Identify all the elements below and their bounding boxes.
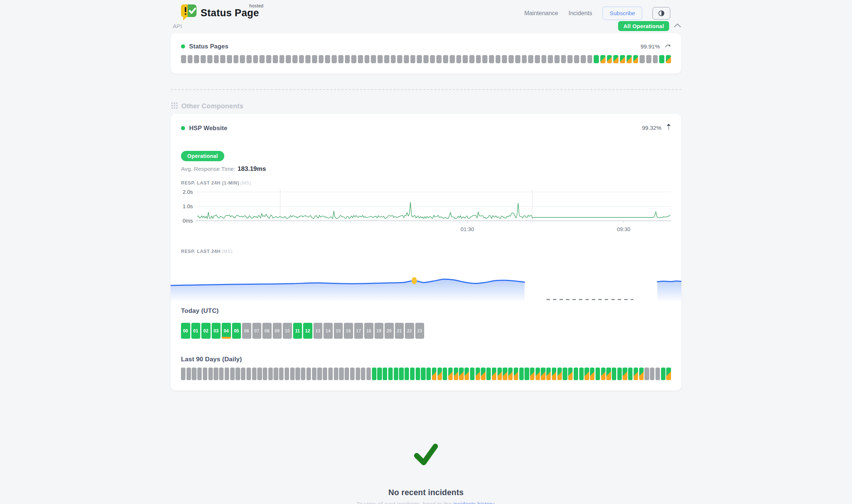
hour-block-12: 12 xyxy=(303,323,312,339)
history-bar-nodata xyxy=(197,368,202,380)
history-bar-nodata xyxy=(535,55,540,63)
incidents-history-link[interactable]: incidents history xyxy=(453,501,494,504)
history-bar-partial xyxy=(568,368,573,380)
history-bar-partial xyxy=(623,368,627,380)
subscribe-button[interactable]: Subscribe xyxy=(603,7,642,20)
history-bar-partial xyxy=(590,368,594,380)
history-bar-nodata xyxy=(361,368,365,380)
history-bar-up xyxy=(661,368,665,380)
history-bar-partial xyxy=(601,368,606,380)
response-time-chart-1min: 2.0s1.0s0ms01:3009:30 xyxy=(181,187,671,239)
history-bar-partial xyxy=(557,368,562,380)
history-bar-nodata xyxy=(469,55,474,63)
group-label-api: API xyxy=(173,23,182,29)
history-bar-nodata xyxy=(339,368,343,380)
history-bar-nodata xyxy=(410,55,416,63)
no-incidents-title: No recent incidents xyxy=(171,488,681,497)
history-bar-up xyxy=(421,368,425,380)
history-bar-nodata xyxy=(194,55,199,63)
history-bar-partial xyxy=(497,368,502,380)
section-header-other-components: Other Components xyxy=(171,102,681,110)
history-bar-partial xyxy=(536,368,540,380)
history-bar-nodata xyxy=(391,55,396,63)
history-bar-nodata xyxy=(561,55,566,63)
today-hour-blocks: 0001020304050607080910111213141516171819… xyxy=(181,323,671,339)
status-dot xyxy=(181,44,185,48)
history-bar-nodata xyxy=(345,55,350,63)
history-bar-nodata xyxy=(646,55,651,63)
hour-block-20: 20 xyxy=(385,323,394,339)
history-bar-nodata xyxy=(305,55,311,63)
hour-block-10: 10 xyxy=(283,323,292,339)
incidents-footer: No recent incidents To view all past inc… xyxy=(171,439,681,504)
hour-block-18: 18 xyxy=(364,323,373,339)
history-bar-up xyxy=(426,368,431,380)
chevron-up-icon[interactable] xyxy=(674,23,681,29)
history-bar-up xyxy=(394,368,398,380)
theme-toggle-button[interactable] xyxy=(653,7,670,20)
nav-link-incidents[interactable]: Incidents xyxy=(568,10,592,17)
chart-daily-label: RESP. LAST 24H(MS) xyxy=(181,249,671,254)
history-bar-nodata xyxy=(338,55,343,63)
history-bar-nodata xyxy=(273,55,278,63)
contrast-icon xyxy=(658,12,665,18)
history-bar-nodata xyxy=(384,55,389,63)
dashed-separator xyxy=(171,89,681,90)
history-bar-nodata xyxy=(423,55,429,63)
history-bar-partial xyxy=(492,368,496,380)
partial-underline xyxy=(222,337,231,339)
history-bar-nodata xyxy=(581,55,586,63)
refresh-icon[interactable] xyxy=(665,43,671,50)
history-bar-partial xyxy=(613,55,618,63)
hour-block-06: 06 xyxy=(242,323,251,339)
history-bar-nodata xyxy=(522,55,527,63)
hour-block-05: 05 xyxy=(232,323,241,339)
history-bar-nodata xyxy=(263,368,267,380)
history-bar-up xyxy=(612,368,616,380)
hour-block-09: 09 xyxy=(273,323,282,339)
response-time-chart-daily xyxy=(171,258,681,304)
history-bar-nodata xyxy=(397,55,402,63)
history-bar-nodata xyxy=(541,55,547,63)
history-bar-partial xyxy=(541,368,545,380)
history-bar-nodata xyxy=(220,55,225,63)
history-bar-nodata xyxy=(214,368,218,380)
hour-block-11: 11 xyxy=(293,323,302,339)
hour-block-07: 07 xyxy=(252,323,262,339)
incidents-subtitle: To view all past incidents, head to the … xyxy=(171,501,681,504)
nav-link-maintenance[interactable]: Maintenance xyxy=(524,10,558,17)
history-bar-partial xyxy=(454,368,458,380)
history-bar-partial xyxy=(552,368,556,380)
history-bar-partial xyxy=(634,368,638,380)
history-bar-nodata xyxy=(450,55,455,63)
avg-response-label: Avg. Response Time: xyxy=(181,166,235,172)
avg-response-value: 183.19ms xyxy=(238,165,266,172)
arrow-up-icon[interactable] xyxy=(666,124,671,132)
history-bar-nodata xyxy=(655,368,660,380)
status-badge-operational: Operational xyxy=(181,151,224,161)
history-bar-nodata xyxy=(528,55,533,63)
history-bar-nodata xyxy=(285,368,289,380)
history-bar-nodata xyxy=(312,368,316,380)
history-bar-partial xyxy=(503,368,507,380)
history-bar-nodata xyxy=(306,368,311,380)
history-bar-nodata xyxy=(574,55,579,63)
hour-block-03: 03 xyxy=(212,323,221,339)
history-bar-nodata xyxy=(274,368,278,380)
history-bar-partial xyxy=(530,368,534,380)
history-bar-nodata xyxy=(208,368,213,380)
history-bar-partial xyxy=(448,368,453,380)
history-bar-partial xyxy=(606,368,611,380)
history-bar-nodata xyxy=(443,55,448,63)
history-bar-nodata xyxy=(463,55,468,63)
history-bar-nodata xyxy=(378,55,383,63)
history-bar-nodata xyxy=(257,368,262,380)
history-bar-nodata xyxy=(230,368,235,380)
svg-text:2.0s: 2.0s xyxy=(183,189,193,195)
history-bar-nodata xyxy=(219,368,224,380)
history-bar-nodata xyxy=(640,55,645,63)
brand-name: Status Page hosted xyxy=(201,7,259,19)
history-bar-nodata xyxy=(188,55,193,63)
history-bar-up xyxy=(596,368,600,380)
history-bar-up xyxy=(405,368,409,380)
